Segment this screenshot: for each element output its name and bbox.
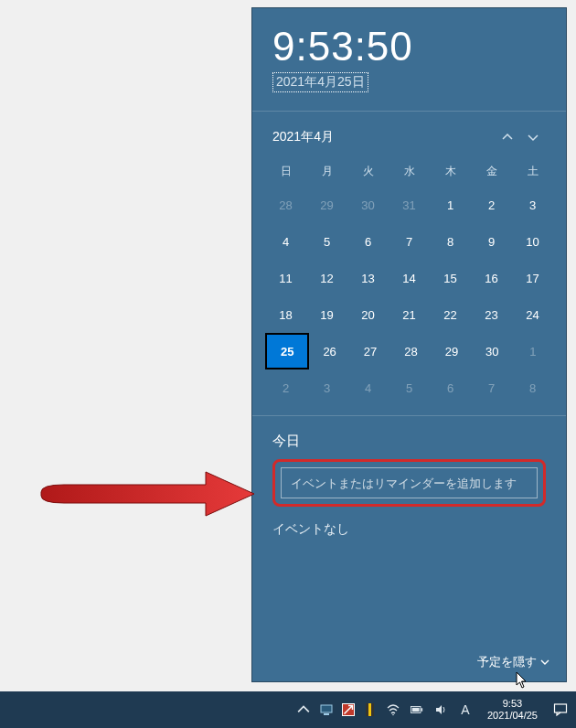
calendar-week-row: 45678910 <box>265 223 553 260</box>
clock-block: 9:53:50 2021年4月25日 <box>252 8 566 102</box>
calendar-day[interactable]: 5 <box>389 369 430 406</box>
chevron-up-icon <box>297 703 310 716</box>
svg-rect-5 <box>412 708 420 712</box>
calendar-day[interactable]: 3 <box>512 187 553 223</box>
calendar-week-row: 28293031123 <box>265 187 553 223</box>
svg-rect-1 <box>324 713 329 715</box>
weekday-row: 日月火水木金土 <box>265 155 553 187</box>
calendar-day[interactable]: 7 <box>471 369 512 406</box>
app-icon <box>342 703 355 716</box>
calendar-day[interactable]: 19 <box>306 296 347 333</box>
calendar-day[interactable]: 4 <box>265 223 306 260</box>
calendar-day[interactable]: 15 <box>430 260 471 296</box>
speaker-icon <box>434 703 447 716</box>
ime-indicator[interactable]: A <box>456 691 475 728</box>
tray-overflow-button[interactable] <box>295 691 312 728</box>
battery-icon <box>411 703 423 716</box>
notification-icon <box>553 702 568 717</box>
monitor-icon <box>320 703 333 716</box>
month-label[interactable]: 2021年4月 <box>272 129 495 145</box>
calendar-day[interactable]: 4 <box>347 369 389 406</box>
svg-rect-0 <box>321 705 332 712</box>
weekday-cell: 火 <box>347 155 389 187</box>
taskbar-time: 9:53 <box>487 698 538 710</box>
calendar-day[interactable]: 18 <box>265 296 306 333</box>
tray-app-icon[interactable] <box>363 691 378 728</box>
calendar-day[interactable]: 28 <box>265 187 306 223</box>
tray-app-icon[interactable] <box>341 691 356 728</box>
weekday-cell: 土 <box>512 155 553 187</box>
calendar-day[interactable]: 7 <box>389 223 430 260</box>
calendar-day[interactable]: 14 <box>389 260 430 296</box>
calendar-day[interactable]: 17 <box>512 260 553 296</box>
calendar-day[interactable]: 13 <box>347 260 389 296</box>
prev-month-button[interactable] <box>495 124 520 150</box>
calendar-week-row: 18192021222324 <box>265 296 553 333</box>
calendar-week-row: 11121314151617 <box>265 260 553 296</box>
app-icon <box>368 703 371 716</box>
no-events-label: イベントなし <box>272 521 546 538</box>
calendar-day-today[interactable]: 25 <box>265 333 309 369</box>
system-tray: A 9:53 2021/04/25 <box>295 691 571 728</box>
weekday-cell: 水 <box>389 155 430 187</box>
tray-app-icon[interactable] <box>319 691 334 728</box>
calendar-day[interactable]: 31 <box>389 187 430 223</box>
taskbar: A 9:53 2021/04/25 <box>0 691 576 728</box>
calendar-day[interactable]: 30 <box>472 333 512 369</box>
calendar-week-row: 2345678 <box>265 369 553 406</box>
clock-time: 9:53:50 <box>272 27 546 67</box>
calendar-day[interactable]: 2 <box>265 369 306 406</box>
calendar-day[interactable]: 28 <box>390 333 431 369</box>
agenda-title: 今日 <box>272 433 546 450</box>
weekday-cell: 木 <box>430 155 471 187</box>
calendar-day[interactable]: 21 <box>389 296 430 333</box>
action-center-button[interactable] <box>550 702 571 717</box>
svg-rect-6 <box>555 704 567 712</box>
calendar-day[interactable]: 8 <box>512 369 553 406</box>
chevron-up-icon <box>502 132 513 143</box>
calendar-day[interactable]: 29 <box>432 333 472 369</box>
calendar-day[interactable]: 1 <box>513 333 553 369</box>
calendar-day[interactable]: 1 <box>430 187 471 223</box>
chevron-down-icon <box>528 132 539 143</box>
weekday-cell: 日 <box>265 155 306 187</box>
clock-date-link[interactable]: 2021年4月25日 <box>272 72 368 92</box>
hide-agenda-label: 予定を隠す <box>477 654 537 670</box>
calendar-day[interactable]: 22 <box>430 296 471 333</box>
calendar-day[interactable]: 3 <box>306 369 347 406</box>
next-month-button[interactable] <box>520 124 546 150</box>
calendar-day[interactable]: 23 <box>471 296 512 333</box>
network-icon[interactable] <box>385 691 401 728</box>
agenda-section: 今日 イベントなし <box>252 416 566 654</box>
calendar-day[interactable]: 16 <box>471 260 512 296</box>
annotation-arrow <box>37 466 256 521</box>
svg-rect-4 <box>421 708 422 712</box>
calendar-day[interactable]: 2 <box>471 187 512 223</box>
battery-icon[interactable] <box>409 691 425 728</box>
calendar-day[interactable]: 10 <box>512 223 553 260</box>
calendar-day[interactable]: 11 <box>265 260 306 296</box>
calendar-week-row: 2526272829301 <box>265 333 553 369</box>
annotation-highlight <box>272 459 546 507</box>
calendar-day[interactable]: 6 <box>347 223 389 260</box>
calendar-header: 2021年4月 <box>252 112 566 155</box>
calendar-day[interactable]: 12 <box>306 260 347 296</box>
calendar-flyout: 9:53:50 2021年4月25日 2021年4月 日月火水木金土 28293… <box>251 7 567 682</box>
taskbar-clock[interactable]: 9:53 2021/04/25 <box>482 698 543 722</box>
calendar-day[interactable]: 9 <box>471 223 512 260</box>
calendar-day[interactable]: 8 <box>430 223 471 260</box>
volume-icon[interactable] <box>432 691 449 728</box>
chevron-down-icon <box>540 658 549 667</box>
calendar-day[interactable]: 26 <box>309 333 349 369</box>
calendar-day[interactable]: 30 <box>347 187 389 223</box>
calendar-day[interactable]: 5 <box>306 223 347 260</box>
calendar-day[interactable]: 24 <box>512 296 553 333</box>
hide-agenda-button[interactable]: 予定を隠す <box>252 654 566 681</box>
calendar-day[interactable]: 27 <box>350 333 390 369</box>
calendar-day[interactable]: 6 <box>430 369 471 406</box>
calendar-grid: 日月火水木金土 28293031123456789101112131415161… <box>252 155 566 406</box>
calendar-day[interactable]: 29 <box>306 187 347 223</box>
calendar-day[interactable]: 20 <box>347 296 389 333</box>
add-event-input[interactable] <box>281 467 538 498</box>
weekday-cell: 月 <box>306 155 347 187</box>
